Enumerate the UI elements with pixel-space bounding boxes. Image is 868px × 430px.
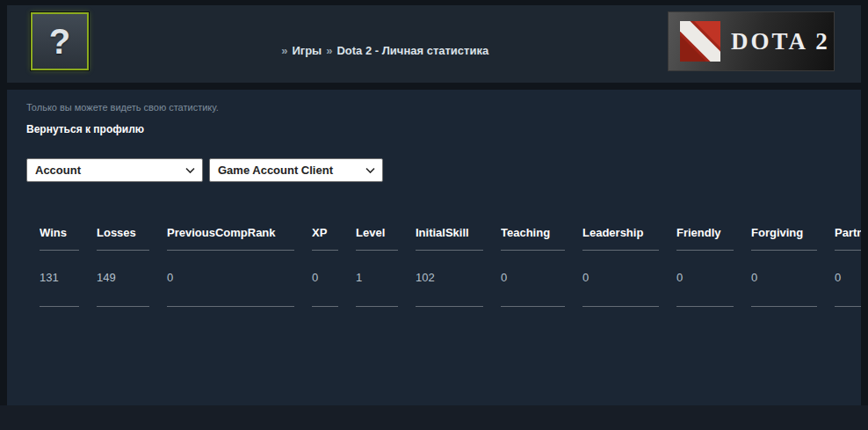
breadcrumb: »Игры»Dota 2 - Личная статистика: [277, 44, 488, 57]
breadcrumb-separator: »: [281, 44, 287, 57]
table-row: 131 149 0 0 1 102 0 0 0 0 0: [40, 251, 861, 307]
table-cell: 0: [582, 251, 659, 307]
table-header-row: Wins Losses PreviousCompRank XP Level In…: [40, 221, 861, 251]
dota2-logo: DOTA 2: [668, 11, 835, 71]
column-header-teaching: Teaching: [501, 221, 565, 251]
column-header-losses: Losses: [97, 221, 149, 251]
column-header-forgiving: Forgiving: [751, 221, 817, 251]
table-cell: 131: [40, 251, 79, 307]
column-header-initialskill: InitialSkill: [416, 221, 483, 251]
account-select[interactable]: Account: [26, 158, 203, 182]
breadcrumb-current: Dota 2 - Личная статистика: [336, 44, 488, 57]
table-cell: 0: [501, 251, 565, 307]
table-cell: 0: [835, 251, 861, 307]
table-cell: 102: [416, 251, 483, 307]
privacy-notice: Только вы можете видеть свою статистику.: [26, 102, 861, 113]
table-cell: 0: [167, 251, 294, 307]
top-header: ? »Игры»Dota 2 - Личная статистика DOTA …: [7, 5, 861, 83]
main-content: Только вы можете видеть свою статистику.…: [7, 90, 861, 405]
dota2-logo-icon: [680, 21, 720, 62]
page: ? »Игры»Dota 2 - Личная статистика DOTA …: [0, 0, 868, 405]
column-header-level: Level: [356, 221, 398, 251]
column-header-friendly: Friendly: [676, 221, 734, 251]
column-header-xp: XP: [312, 221, 338, 251]
footer-bar: [0, 405, 868, 430]
stats-table: Wins Losses PreviousCompRank XP Level In…: [26, 221, 861, 307]
stats-table-container: Wins Losses PreviousCompRank XP Level In…: [26, 221, 861, 307]
breadcrumb-link-games[interactable]: Игры: [292, 44, 322, 57]
table-cell: 149: [97, 251, 149, 307]
column-header-partner: Partner: [835, 221, 861, 251]
filters: Account Game Account Client: [26, 158, 861, 182]
game-account-client-select[interactable]: Game Account Client: [209, 158, 383, 182]
column-header-previouscomprank: PreviousCompRank: [167, 221, 294, 251]
table-cell: 0: [676, 251, 734, 307]
table-cell: 1: [356, 251, 398, 307]
table-cell: 0: [751, 251, 817, 307]
game-account-client-select-control[interactable]: Game Account Client: [209, 158, 383, 182]
back-to-profile-link[interactable]: Вернуться к профилю: [26, 123, 144, 135]
account-select-control[interactable]: Account: [26, 158, 203, 182]
table-cell: 0: [312, 251, 338, 307]
column-header-leadership: Leadership: [582, 221, 659, 251]
breadcrumb-separator: »: [326, 44, 332, 57]
avatar-question-glyph: ?: [49, 24, 70, 59]
column-header-wins: Wins: [40, 221, 79, 251]
avatar[interactable]: ?: [31, 12, 89, 70]
dota2-logo-text: DOTA 2: [731, 28, 830, 55]
